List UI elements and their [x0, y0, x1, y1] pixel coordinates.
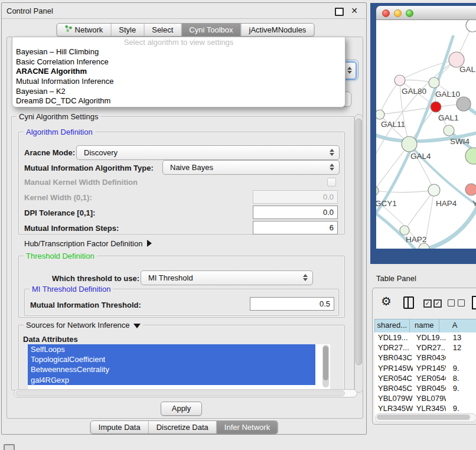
table-row[interactable]: YBR045CYBR045C9. — [374, 383, 476, 393]
network-node[interactable] — [465, 148, 476, 164]
column-header-shared[interactable]: shared... — [375, 319, 410, 332]
which-threshold-label: Which threshold to use: — [52, 274, 139, 283]
algorithm-option-basic-correlation-inference[interactable]: Basic Correlation Inference — [12, 57, 345, 67]
spinner-arrows-icon — [303, 274, 308, 277]
tab-label: Impute Data — [99, 421, 141, 433]
apply-button[interactable]: Apply — [161, 402, 202, 416]
close-traffic-light-icon[interactable] — [382, 9, 390, 17]
close-icon[interactable]: ✕ — [351, 6, 358, 15]
table-hscrollbar-thumb[interactable] — [377, 415, 470, 420]
aracne-mode-combo[interactable]: Discovery — [76, 145, 340, 160]
mi-threshold-input[interactable] — [250, 297, 334, 311]
attribute-item-betweennesscentrality[interactable]: BetweennessCentrality — [28, 364, 315, 374]
table-cell — [446, 353, 476, 363]
attribute-item-topologicalcoefficient[interactable]: TopologicalCoefficient — [28, 354, 315, 364]
settings-scrollbar-thumb[interactable] — [356, 119, 362, 365]
table-row[interactable]: YPR145WYPR145W9. — [374, 363, 476, 373]
new-table-icon[interactable] — [472, 296, 476, 309]
tab-select[interactable]: Select — [144, 24, 181, 36]
kernel-width-input[interactable] — [253, 190, 338, 204]
settings-vertical-scrollbar[interactable] — [354, 114, 363, 393]
tab-impute-data[interactable]: Impute Data — [91, 421, 148, 433]
algorithm-definition-title: Algorithm Definition — [24, 128, 95, 136]
network-window-titlebar[interactable] — [376, 6, 476, 20]
network-edge — [380, 80, 400, 115]
list-scrollbar[interactable] — [322, 345, 329, 387]
tab-label: Network — [75, 24, 103, 36]
zoom-traffic-light-icon[interactable] — [406, 9, 413, 17]
table-cell: YBL079W — [374, 393, 413, 403]
network-node-gal4[interactable] — [402, 136, 417, 152]
column-header-a[interactable]: A — [439, 319, 476, 332]
table-row[interactable]: YLR345WYLR345W9. — [374, 403, 476, 413]
tab-style[interactable]: Style — [110, 24, 144, 36]
attribute-item-gal4rgexp[interactable]: gal4RGexp — [28, 375, 315, 385]
which-threshold-combo[interactable]: MI Threshold — [141, 270, 313, 285]
list-scrollbar-thumb[interactable] — [323, 346, 328, 380]
sources-group-title[interactable]: Sources for Network Inference — [24, 321, 143, 330]
algorithm-option-bayesian-hill-climbing[interactable]: Bayesian – Hill Climbing — [12, 47, 345, 57]
docked-panel-icon[interactable] — [4, 444, 15, 450]
algorithm-option-aracne-algorithm[interactable]: ARACNE Algorithm — [12, 67, 345, 77]
network-edge — [376, 190, 434, 193]
table-row[interactable]: YER054CYER054C8. — [374, 373, 476, 383]
network-node-gal80[interactable] — [395, 75, 405, 86]
dpi-tolerance-input[interactable] — [253, 206, 338, 219]
table-cell: YPR145W — [374, 363, 413, 373]
table-cell: 9. — [446, 403, 476, 413]
settings-hscrollbar-thumb[interactable] — [15, 390, 345, 396]
column-layout-icon[interactable] — [403, 296, 414, 309]
network-node-hap2[interactable] — [400, 226, 409, 235]
network-node[interactable] — [457, 97, 471, 111]
network-node-gal10[interactable] — [429, 77, 439, 88]
network-node-gcy1[interactable] — [376, 186, 379, 195]
minimize-traffic-light-icon[interactable] — [394, 9, 402, 17]
network-node-hap4[interactable] — [428, 184, 440, 196]
tab-infer-network[interactable]: Infer Network — [216, 421, 278, 433]
float-window-icon[interactable] — [335, 8, 344, 16]
gear-icon[interactable]: ⚙ — [381, 294, 392, 308]
node-label-gal1: GAL1 — [438, 113, 459, 122]
spinner-arrows-icon — [330, 149, 334, 152]
network-node-y[interactable] — [465, 184, 476, 195]
column-header-name[interactable]: name — [410, 319, 439, 332]
algorithm-option-dream8-dc-tdc-algorithm[interactable]: Dream8 DC_TDC Algorithm — [12, 96, 345, 106]
network-node-gal11[interactable] — [376, 110, 384, 119]
manual-kernel-checkbox[interactable] — [327, 178, 336, 187]
algorithm-option-mutual-information-inference[interactable]: Mutual Information Inference — [12, 77, 345, 87]
mi-steps-input[interactable] — [253, 221, 338, 234]
deselect-all-checkbox-icon[interactable] — [458, 299, 465, 306]
tab-cyni-toolbox[interactable]: Cyni Toolbox — [181, 24, 240, 36]
tab-jactivemnodules[interactable]: jActiveMNodules — [241, 24, 314, 36]
deselect-all-checkbox-icon[interactable] — [448, 299, 455, 306]
panel-title: Control Panel — [6, 6, 53, 15]
network-node[interactable] — [466, 20, 476, 32]
table-cell: YDL19... — [413, 332, 446, 343]
tab-label: jActiveMNodules — [249, 24, 307, 36]
tab-label: Cyni Toolbox — [189, 24, 233, 36]
select-all-checkbox-icon[interactable]: ✓ — [423, 299, 432, 308]
network-canvas[interactable]: GALGAL80GAL10GAL1GAL11SWI4GAL4GCY1HAP4YH… — [376, 20, 476, 249]
settings-horizontal-scrollbar[interactable] — [14, 389, 357, 397]
data-attributes-list: SelfLoopsTopologicalCoefficientBetweenne… — [28, 344, 330, 389]
select-all-checkbox-icon[interactable]: ✓ — [433, 299, 442, 308]
which-threshold-value: MI Threshold — [148, 273, 193, 282]
network-edge — [405, 190, 434, 230]
table-row[interactable]: YBL079WYBL079W — [374, 393, 476, 403]
mi-type-combo[interactable]: Naive Bayes — [162, 160, 340, 175]
table-row[interactable]: YDR27...YDR27...12 — [374, 343, 476, 353]
table-horizontal-scrollbar[interactable] — [375, 413, 476, 422]
node-label-swi4: SWI4 — [450, 137, 470, 146]
network-node-gal1[interactable] — [431, 102, 441, 112]
hub-section-toggle[interactable]: Hub/Transcription Factor Definition — [24, 239, 152, 248]
algorithm-option-bayesian-k2[interactable]: Bayesian – K2 — [12, 87, 345, 97]
bottom-tab-bar: Impute DataDiscretize DataInfer Network — [90, 420, 278, 434]
attribute-item-selfloops[interactable]: SelfLoops — [28, 344, 315, 354]
tab-network[interactable]: Network — [57, 24, 111, 36]
node-label-gal: GAL — [459, 65, 476, 74]
network-node-swi4[interactable] — [444, 125, 454, 136]
mi-threshold-label: Mutual Information Threshold: — [30, 301, 141, 309]
table-row[interactable]: YDL19...YDL19...13 — [374, 332, 476, 343]
table-row[interactable]: YBR043CYBR043C — [374, 353, 476, 363]
tab-discretize-data[interactable]: Discretize Data — [148, 421, 216, 433]
